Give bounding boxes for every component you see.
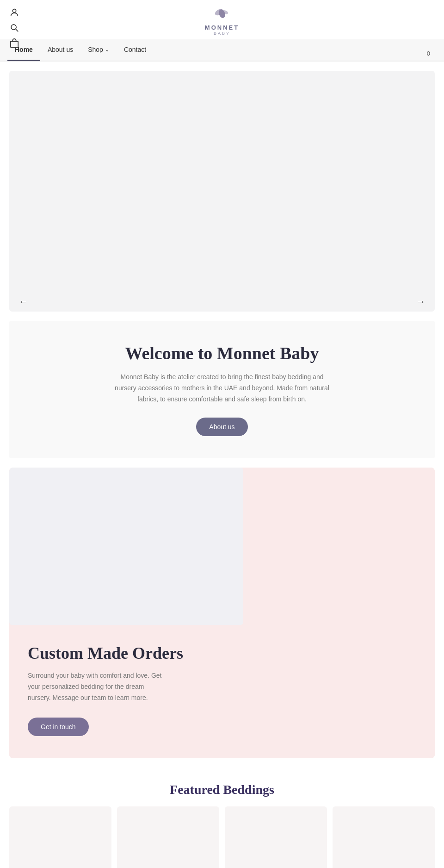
- logo[interactable]: MONNET BABY: [205, 6, 239, 36]
- svg-line-2: [16, 29, 18, 31]
- header-icons: [9, 7, 19, 50]
- bag-icon[interactable]: [9, 38, 19, 50]
- product-card[interactable]: [225, 806, 327, 868]
- get-in-touch-button[interactable]: Get in touch: [28, 718, 89, 736]
- slider-prev-button[interactable]: ←: [13, 293, 33, 312]
- custom-image-right: [243, 468, 435, 625]
- chevron-down-icon: ⌄: [105, 47, 109, 53]
- search-icon[interactable]: [9, 23, 19, 34]
- logo-icon: [210, 6, 234, 24]
- custom-image: [9, 468, 243, 625]
- product-card[interactable]: [117, 806, 219, 868]
- header: MONNET BABY 0 Home About us Shop ⌄ Conta…: [0, 0, 444, 62]
- featured-grid: [9, 806, 435, 868]
- about-us-button[interactable]: About us: [196, 418, 247, 436]
- hero-slider: ← →: [9, 71, 435, 312]
- user-icon[interactable]: [9, 7, 19, 19]
- logo-subtext: BABY: [214, 31, 230, 36]
- featured-section: Featured Beddings: [0, 768, 444, 868]
- product-card[interactable]: [333, 806, 435, 868]
- nav-shop-label: Shop: [88, 46, 103, 53]
- custom-description: Surround your baby with comfort and love…: [28, 670, 166, 703]
- custom-title: Custom Made Orders: [28, 643, 416, 663]
- custom-top: [9, 468, 435, 625]
- product-card[interactable]: [9, 806, 111, 868]
- custom-content: Custom Made Orders Surround your baby wi…: [9, 625, 435, 758]
- logo-text: MONNET: [205, 24, 239, 31]
- custom-section: Custom Made Orders Surround your baby wi…: [9, 468, 435, 758]
- welcome-title: Welcome to Monnet Baby: [18, 343, 426, 363]
- welcome-section: Welcome to Monnet Baby Monnet Baby is th…: [9, 321, 435, 458]
- hero-section: ← →: [0, 62, 444, 321]
- nav-about[interactable]: About us: [40, 39, 80, 61]
- svg-point-1: [11, 25, 16, 30]
- svg-rect-3: [11, 41, 18, 47]
- svg-point-0: [12, 9, 16, 12]
- featured-title: Featured Beddings: [9, 782, 435, 797]
- slider-next-button[interactable]: →: [411, 293, 431, 312]
- nav: Home About us Shop ⌄ Contact: [0, 39, 444, 61]
- welcome-description: Monnet Baby is the atelier created to br…: [111, 372, 333, 405]
- nav-contact[interactable]: Contact: [117, 39, 154, 61]
- cart-count: 0: [427, 50, 430, 57]
- nav-shop[interactable]: Shop ⌄: [80, 39, 117, 61]
